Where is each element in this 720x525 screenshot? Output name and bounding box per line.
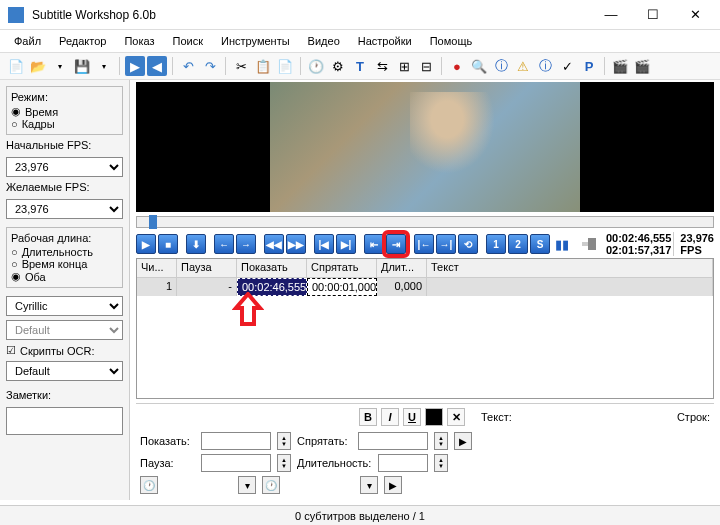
paste-icon[interactable]: 📄 — [275, 56, 295, 76]
color-button[interactable] — [425, 408, 443, 426]
col-pause[interactable]: Пауза — [177, 259, 237, 277]
s-button[interactable]: S — [530, 234, 550, 254]
out-icon[interactable]: ◀ — [147, 56, 167, 76]
menu-help[interactable]: Помощь — [422, 32, 481, 50]
step-back-button[interactable]: |◀ — [314, 234, 334, 254]
col-num[interactable]: Чи... — [137, 259, 177, 277]
prev-button[interactable]: ← — [214, 234, 234, 254]
hide-input[interactable] — [358, 432, 428, 450]
in-icon[interactable]: ▶ — [125, 56, 145, 76]
stop-button[interactable]: ■ — [158, 234, 178, 254]
menu-file[interactable]: Файл — [6, 32, 49, 50]
dur-spinner[interactable]: ▲▼ — [434, 454, 448, 472]
volume-icon[interactable]: ▮▮ — [552, 234, 572, 254]
rewind-button[interactable]: ◀◀ — [264, 234, 284, 254]
new-icon[interactable]: 📄 — [6, 56, 26, 76]
menu-search[interactable]: Поиск — [165, 32, 211, 50]
info-icon[interactable]: ⓘ — [535, 56, 555, 76]
menu-video[interactable]: Видео — [300, 32, 348, 50]
encoding2-select[interactable]: Default — [6, 320, 123, 340]
next-button[interactable]: → — [236, 234, 256, 254]
undo-icon[interactable]: ↶ — [178, 56, 198, 76]
pause-input[interactable] — [201, 454, 271, 472]
search-icon[interactable]: 🔍 — [469, 56, 489, 76]
ocr-select[interactable]: Default — [6, 361, 123, 381]
save-icon[interactable]: 💾 — [72, 56, 92, 76]
seek-bar[interactable] — [136, 216, 714, 228]
desired-fps-select[interactable]: 23,976 — [6, 199, 123, 219]
col-text[interactable]: Текст — [427, 259, 713, 277]
cell-show[interactable]: 00:02:46,555 — [237, 278, 307, 296]
red-icon[interactable]: ● — [447, 56, 467, 76]
range-in-button[interactable]: |← — [414, 234, 434, 254]
save-dropdown-icon[interactable]: ▾ — [94, 56, 114, 76]
mode-time-radio[interactable]: ◉Время — [11, 105, 118, 118]
italic-button[interactable]: I — [381, 408, 399, 426]
forward-button[interactable]: ▶▶ — [286, 234, 306, 254]
mark-out-button[interactable]: ⇥ — [386, 234, 406, 254]
volume-slider[interactable] — [582, 242, 596, 246]
mode-frames-radio[interactable]: ○Кадры — [11, 118, 118, 130]
two-button[interactable]: 2 — [508, 234, 528, 254]
film-icon[interactable]: 🎬 — [610, 56, 630, 76]
bold-button[interactable]: B — [359, 408, 377, 426]
open-dropdown-icon[interactable]: ▾ — [50, 56, 70, 76]
menu-tools[interactable]: Инструменты — [213, 32, 298, 50]
film2-icon[interactable]: 🎬 — [632, 56, 652, 76]
merge-icon[interactable]: ⊞ — [394, 56, 414, 76]
video-preview[interactable] — [136, 82, 714, 212]
encoding1-select[interactable]: Cyrillic — [6, 296, 123, 316]
range-out-button[interactable]: →| — [436, 234, 456, 254]
copy-icon[interactable]: 📋 — [253, 56, 273, 76]
close-button[interactable]: ✕ — [678, 4, 712, 26]
wl-both-radio[interactable]: ◉Оба — [11, 270, 118, 283]
apply1-button[interactable]: ▶ — [454, 432, 472, 450]
arrow1-button[interactable]: ▾ — [238, 476, 256, 494]
wl-end-radio[interactable]: ○Время конца — [11, 258, 118, 270]
spell-icon[interactable]: ✓ — [557, 56, 577, 76]
notes-field[interactable] — [6, 407, 123, 435]
open-icon[interactable]: 📂 — [28, 56, 48, 76]
menu-view[interactable]: Показ — [116, 32, 162, 50]
cut-icon[interactable]: ✂ — [231, 56, 251, 76]
col-hide[interactable]: Спрятать — [307, 259, 377, 277]
subtitle-grid[interactable]: Чи... Пауза Показать Спрятать Длит... Те… — [136, 258, 714, 399]
clear-button[interactable]: ✕ — [447, 408, 465, 426]
warn-icon[interactable]: ⚠ — [513, 56, 533, 76]
menu-editor[interactable]: Редактор — [51, 32, 114, 50]
time2-button[interactable]: 🕐 — [262, 476, 280, 494]
p-icon[interactable]: P — [579, 56, 599, 76]
apply2-button[interactable]: ▶ — [384, 476, 402, 494]
text-icon[interactable]: T — [350, 56, 370, 76]
menu-settings[interactable]: Настройки — [350, 32, 420, 50]
mark-in-button[interactable]: ⇤ — [364, 234, 384, 254]
minimize-button[interactable]: — — [594, 4, 628, 26]
step-fwd-button[interactable]: ▶| — [336, 234, 356, 254]
hide-spinner[interactable]: ▲▼ — [434, 432, 448, 450]
play-button[interactable]: ▶ — [136, 234, 156, 254]
info-blue-icon[interactable]: ⓘ — [491, 56, 511, 76]
settings-icon[interactable]: ⚙ — [328, 56, 348, 76]
ocr-checkbox[interactable]: ☑Скрипты OCR: — [6, 344, 123, 357]
arrow2-button[interactable]: ▾ — [360, 476, 378, 494]
one-button[interactable]: 1 — [486, 234, 506, 254]
show-input[interactable] — [201, 432, 271, 450]
initial-fps-select[interactable]: 23,976 — [6, 157, 123, 177]
sync-icon[interactable]: ⇆ — [372, 56, 392, 76]
loop-button[interactable]: ⟲ — [458, 234, 478, 254]
col-dur[interactable]: Длит... — [377, 259, 427, 277]
underline-button[interactable]: U — [403, 408, 421, 426]
maximize-button[interactable]: ☐ — [636, 4, 670, 26]
cell-hide[interactable]: 00:00:01,000 — [307, 278, 377, 296]
pause-spinner[interactable]: ▲▼ — [277, 454, 291, 472]
redo-icon[interactable]: ↷ — [200, 56, 220, 76]
show-spinner[interactable]: ▲▼ — [277, 432, 291, 450]
down-button[interactable]: ⬇ — [186, 234, 206, 254]
split-icon[interactable]: ⊟ — [416, 56, 436, 76]
time1-button[interactable]: 🕐 — [140, 476, 158, 494]
table-row[interactable]: 1 - 00:02:46,555 00:00:01,000 0,000 — [137, 278, 713, 296]
wl-duration-radio[interactable]: ○Длительность — [11, 246, 118, 258]
dur-input[interactable] — [378, 454, 428, 472]
col-show[interactable]: Показать — [237, 259, 307, 277]
clock-icon[interactable]: 🕐 — [306, 56, 326, 76]
